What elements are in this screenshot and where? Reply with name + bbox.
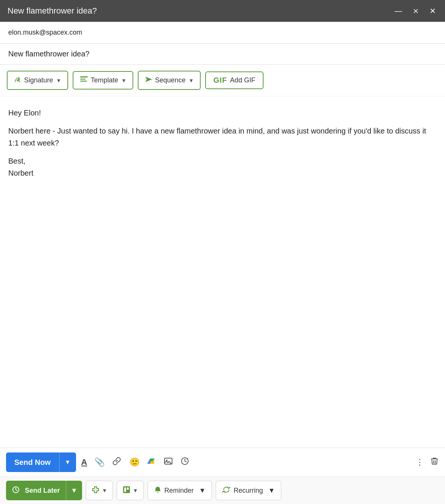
image-icon (164, 457, 173, 468)
svg-rect-18 (127, 487, 129, 490)
layout-button[interactable]: ▼ (117, 481, 144, 500)
layout-icon (122, 486, 131, 496)
reminder-chevron: ▼ (199, 487, 206, 495)
google-drive-button[interactable] (147, 457, 156, 468)
recurring-chevron: ▼ (268, 487, 275, 495)
underline-a-icon: A (81, 457, 87, 467)
email-body[interactable]: Hey Elon! Norbert here - Just wanted to … (0, 96, 445, 448)
bell-icon (154, 486, 162, 495)
bottom-toolbar: Send Now ▼ A 📎 (0, 448, 445, 504)
sequence-label: Sequence (155, 76, 186, 84)
send-now-button[interactable]: Send Now ▼ (6, 452, 76, 472)
secondary-actions-row: Send Later ▼ ▼ ▼ (0, 477, 445, 504)
format-icons-row: A 📎 🙂 (81, 457, 410, 468)
signature-icon (14, 75, 22, 85)
body-line1: Hey Elon! (8, 107, 437, 119)
gif-icon: GIF (213, 76, 227, 85)
layout-chevron: ▼ (133, 487, 138, 493)
emoji-button[interactable]: 🙂 (130, 457, 140, 467)
sequence-chevron: ▼ (189, 77, 194, 83)
insert-image-button[interactable] (164, 457, 173, 468)
extensions-chevron: ▼ (102, 487, 107, 493)
attach-file-button[interactable]: 📎 (94, 457, 105, 467)
puzzle-icon (91, 486, 100, 496)
template-button[interactable]: Template ▼ (73, 71, 133, 90)
send-now-label: Send Now (6, 452, 59, 472)
signature-label: Signature (24, 76, 53, 84)
expand-button[interactable]: ⨯ (411, 6, 421, 15)
drive-icon (147, 457, 156, 468)
svg-marker-10 (150, 458, 155, 461)
svg-rect-0 (80, 76, 88, 77)
delete-button[interactable] (430, 457, 439, 468)
title-bar: New flamethrower idea? — ⨯ ✕ (0, 0, 445, 22)
signature-chevron: ▼ (56, 77, 61, 83)
template-icon (79, 76, 88, 85)
body-closing: Best, Norbert (8, 155, 437, 179)
send-row: Send Now ▼ A 📎 (0, 448, 445, 477)
send-now-dropdown-arrow[interactable]: ▼ (59, 452, 76, 472)
more-dots-icon: ⋮ (416, 457, 425, 467)
svg-rect-16 (123, 486, 130, 493)
clock-icon (180, 457, 189, 468)
schedule-button[interactable] (180, 457, 189, 468)
subject-field[interactable]: New flamethrower idea? (0, 44, 445, 65)
recur-icon (222, 486, 230, 496)
format-text-button[interactable]: A (81, 457, 87, 467)
window-title: New flamethrower idea? (8, 6, 97, 16)
template-chevron: ▼ (121, 77, 126, 83)
window-controls: — ⨯ ✕ (393, 6, 437, 15)
sequence-icon (145, 75, 153, 85)
svg-rect-2 (80, 81, 87, 82)
send-later-button[interactable]: Send Later ▼ (6, 481, 82, 500)
clock-icon-white (12, 486, 20, 495)
to-field[interactable]: elon.musk@spacex.com (0, 22, 445, 44)
paperclip-icon: 📎 (94, 457, 105, 467)
trash-icon (430, 458, 439, 468)
add-gif-label: Add GIF (230, 76, 255, 84)
sequence-button[interactable]: Sequence ▼ (138, 71, 201, 90)
insert-link-button[interactable] (112, 457, 122, 468)
link-icon (112, 457, 122, 468)
body-line2: Norbert here - Just wanted to say hi. I … (8, 125, 437, 149)
more-options-button[interactable]: ⋮ (416, 457, 425, 467)
send-later-label: Send Later (25, 487, 60, 495)
to-address: elon.musk@spacex.com (8, 29, 82, 36)
template-label: Template (91, 76, 118, 84)
svg-rect-1 (80, 79, 85, 80)
close-button[interactable]: ✕ (428, 6, 437, 15)
compose-toolbar: Signature ▼ Template ▼ Sequence ▼ GIF Ad… (0, 65, 445, 96)
extensions-button[interactable]: ▼ (86, 481, 113, 500)
svg-marker-3 (145, 77, 152, 82)
add-gif-button[interactable]: GIF Add GIF (205, 71, 264, 89)
recurring-label: Recurring (233, 487, 263, 495)
send-later-dropdown-arrow[interactable]: ▼ (66, 481, 82, 500)
emoji-icon: 🙂 (130, 457, 140, 467)
reminder-button[interactable]: Reminder ▼ (148, 481, 212, 500)
recurring-button[interactable]: Recurring ▼ (216, 481, 281, 500)
signature-button[interactable]: Signature ▼ (7, 71, 68, 90)
svg-rect-17 (124, 487, 126, 492)
minimize-button[interactable]: — (393, 6, 404, 15)
send-later-main: Send Later (6, 481, 66, 500)
reminder-label: Reminder (165, 487, 194, 495)
subject-text: New flamethrower idea? (8, 50, 90, 58)
